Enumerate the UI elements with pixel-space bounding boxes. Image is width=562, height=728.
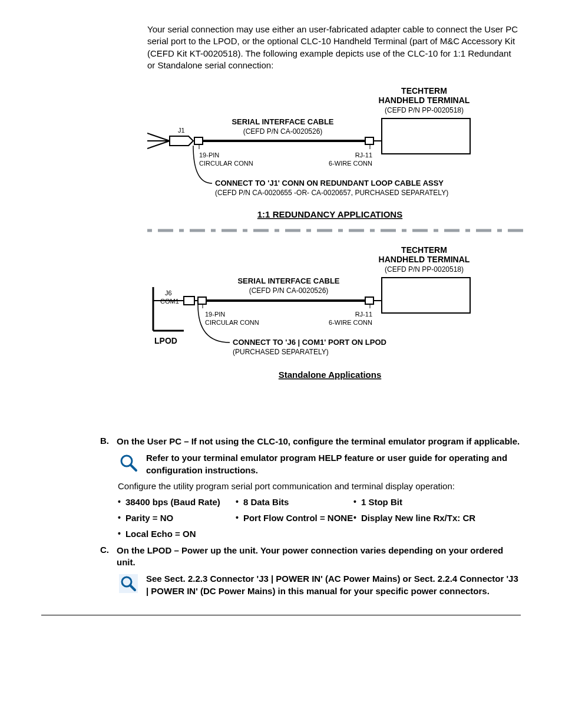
bullet-databits: •8 Data Bits: [236, 497, 353, 507]
item-b: B. On the User PC – If not using the CLC…: [100, 436, 521, 447]
diagram-techterm-pn: (CEFD P/N PP-0020518): [385, 106, 464, 114]
item-c: C. On the LPOD – Power up the unit. Your…: [100, 545, 521, 569]
svg-text:6-WIRE CONN: 6-WIRE CONN: [329, 160, 372, 167]
j1-label: J1: [178, 127, 185, 134]
serial-settings-grid: •38400 bps (Baud Rate) •8 Data Bits •1 S…: [118, 497, 521, 539]
j1-connector-icon: [147, 133, 193, 149]
svg-text:6-WIRE CONN: 6-WIRE CONN: [329, 319, 372, 326]
bullet-parity: •Parity = NO: [118, 513, 236, 523]
lpod-label: LPOD: [154, 336, 177, 345]
svg-text:19-PIN: 19-PIN: [199, 151, 219, 159]
connect-j6-text: CONNECT TO 'J6 | COM1' PORT ON LPOD: [233, 338, 386, 347]
lpod-block-icon: [153, 287, 194, 331]
diagram-techterm-title: TECHTERM: [401, 86, 447, 95]
conn-19pin-icon: [194, 137, 203, 144]
svg-text:CIRCULAR CONN: CIRCULAR CONN: [205, 319, 259, 326]
svg-line-2: [147, 141, 170, 149]
diagram-serial-pn-1: (CEFD P/N CA-0020526): [243, 127, 323, 136]
svg-line-26: [131, 465, 136, 470]
diagram-serial-title-2: SERIAL INTERFACE CABLE: [237, 276, 339, 285]
diagram-techterm-sub-2: HANDHELD TERMINAL: [379, 255, 470, 264]
j6-label: J6: [165, 289, 172, 297]
connection-diagram: TECHTERM HANDHELD TERMINAL (CEFD P/N PP-…: [147, 83, 521, 421]
connect-j1-sub: (CEFD P/N CA-0020655 -OR- CA-0020657, PU…: [215, 189, 448, 197]
callout-b-text: Refer to your terminal emulator program …: [146, 452, 521, 476]
intro-paragraph: Your serial connection may use either an…: [147, 24, 521, 71]
techterm-box-1: [382, 118, 470, 154]
svg-text:RJ-11: RJ-11: [355, 151, 372, 159]
svg-rect-15: [198, 297, 206, 304]
bullet-stopbit: •1 Stop Bit: [353, 497, 483, 507]
svg-text:19-PIN: 19-PIN: [205, 311, 225, 318]
svg-text:CIRCULAR CONN: CIRCULAR CONN: [199, 160, 253, 167]
com1-label: COM1: [160, 298, 179, 305]
item-c-marker: C.: [100, 545, 117, 569]
callout-b: Refer to your terminal emulator program …: [118, 452, 521, 476]
diagram-techterm-sub: HANDHELD TERMINAL: [379, 95, 470, 105]
heading-redundancy: 1:1 REDUNDANCY APPLICATIONS: [257, 209, 402, 219]
callout-c-text: See Sect. 2.2.3 Connector 'J3 | POWER IN…: [146, 573, 521, 597]
bullet-newline: •Display New line Rx/Tx: CR: [353, 513, 483, 523]
connect-j1-text: CONNECT TO 'J1' CONN ON REDUNDANT LOOP C…: [215, 179, 444, 187]
bullet-echo: •Local Echo = ON: [118, 529, 236, 539]
bullet-flow: •Port Flow Control = NONE: [236, 513, 353, 523]
svg-text:RJ-11: RJ-11: [355, 311, 372, 318]
config-line: Configure the utility program serial por…: [118, 481, 521, 491]
item-b-marker: B.: [100, 436, 117, 447]
diagram-techterm-title-2: TECHTERM: [401, 245, 447, 255]
diagram-serial-title-1: SERIAL INTERFACE CABLE: [232, 117, 333, 126]
bullet-baud: •38400 bps (Baud Rate): [118, 497, 236, 507]
magnifier-icon: [118, 573, 146, 596]
item-b-lead: On the User PC – If not using the CLC-10…: [117, 436, 520, 446]
connect-j6-sub: (PURCHASED SEPARATELY): [233, 348, 329, 356]
magnifier-icon: [118, 452, 146, 475]
diagram-serial-pn-2: (CEFD P/N CA-0020526): [249, 286, 329, 295]
heading-standalone: Standalone Applications: [279, 370, 381, 380]
callout-c: See Sect. 2.2.3 Connector 'J3 | POWER IN…: [118, 573, 521, 597]
techterm-box-2: [382, 278, 470, 313]
item-c-lead: On the LPOD – Power up the unit. Your po…: [117, 545, 503, 567]
svg-rect-13: [184, 297, 194, 305]
diagram-svg: TECHTERM HANDHELD TERMINAL (CEFD P/N PP-…: [147, 83, 524, 419]
svg-line-0: [147, 133, 170, 141]
footer-rule: [41, 615, 521, 615]
diagram-techterm-pn-2: (CEFD P/N PP-0020518): [385, 265, 464, 274]
svg-marker-3: [170, 136, 193, 146]
svg-rect-17: [365, 297, 373, 304]
conn-rj11-icon-1: [365, 137, 373, 144]
